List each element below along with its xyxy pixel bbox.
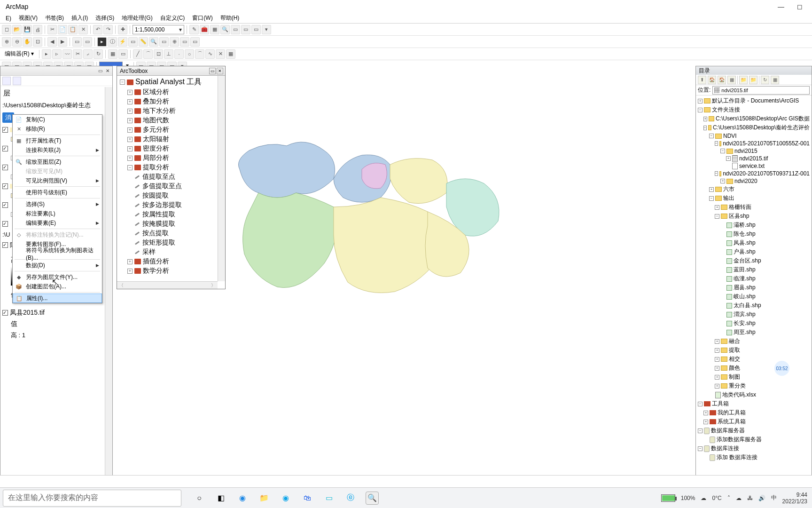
- cortana-button[interactable]: ◧: [214, 492, 227, 505]
- catalog-button[interactable]: ▦: [210, 25, 219, 34]
- print-button[interactable]: 🖨: [33, 25, 42, 34]
- atx-tool[interactable]: 按掩膜提取: [134, 219, 216, 229]
- atx-tool[interactable]: 采样: [134, 247, 216, 257]
- reshape-tool[interactable]: 〰: [62, 49, 72, 59]
- copy-button[interactable]: 📄: [58, 25, 67, 34]
- html-popup-button[interactable]: ▭: [128, 37, 138, 47]
- cat-refresh-button[interactable]: ↻: [761, 76, 769, 84]
- temperature[interactable]: 0°C: [712, 495, 721, 501]
- atx-tool[interactable]: 按多边形提取: [134, 200, 216, 210]
- store-icon[interactable]: 🛍: [301, 492, 314, 505]
- tray-chevron-up-icon[interactable]: ˄: [727, 495, 730, 501]
- clear-selection-button[interactable]: ▭: [83, 37, 92, 47]
- cat-up-button[interactable]: ⬆: [698, 76, 706, 84]
- add-data-button[interactable]: ✚: [118, 25, 127, 34]
- toc-vertical-scrollbar[interactable]: [105, 87, 112, 486]
- menu-geoprocessing[interactable]: 地理处理(G): [118, 13, 156, 23]
- menu-help[interactable]: 帮助(H): [217, 13, 243, 23]
- pan-button[interactable]: ✋: [23, 37, 32, 47]
- new-button[interactable]: ◻: [2, 25, 11, 34]
- rotate-tool[interactable]: ↻: [94, 49, 103, 59]
- raster-layer[interactable]: 凤县2015.tif: [0, 307, 112, 318]
- toc-close-button[interactable]: ✕: [104, 68, 111, 74]
- ctx-joins-relates[interactable]: 连接和关联(J)▶: [13, 145, 102, 155]
- ctx-zoom-to-layer[interactable]: 🔍缩放至图层(Z): [13, 157, 102, 167]
- skype-icon[interactable]: ◉: [279, 492, 292, 505]
- atx-toolset[interactable]: +数学分析: [126, 266, 216, 276]
- arctoolbox-tree[interactable]: −Spatial Analyst 工具 +区域分析 +叠加分析 +地下水分析 +…: [117, 76, 218, 281]
- edge-icon[interactable]: ◉: [236, 492, 249, 505]
- arc-segment-tool[interactable]: ⌒: [143, 49, 153, 59]
- go-to-xy-button[interactable]: ⊕: [170, 37, 179, 47]
- data-frame-path[interactable]: :\Users\15088\Desktop\秦岭生态: [0, 100, 112, 111]
- ctx-open-attribute-table[interactable]: ▦打开属性表(T): [13, 136, 102, 145]
- ctx-label-features[interactable]: 标注要素(L): [13, 209, 102, 218]
- cat-toggle-contents-button[interactable]: ▦: [727, 76, 736, 84]
- weather-icon[interactable]: ☁: [701, 495, 706, 501]
- layer-checkbox[interactable]: [2, 202, 8, 208]
- cut-button[interactable]: ✂: [47, 25, 57, 34]
- ctx-data[interactable]: 数据(D)▶: [13, 261, 102, 270]
- layer-checkbox[interactable]: [2, 127, 8, 133]
- atx-toolset[interactable]: +区域分析: [126, 87, 216, 97]
- atx-vertical-scrollbar[interactable]: [218, 76, 225, 281]
- ime-indicator[interactable]: 中: [771, 494, 777, 502]
- ctx-symbology-to-representation[interactable]: 将符号系统转换为制图表达(B)...: [13, 249, 102, 258]
- cat-default-gdb-button[interactable]: 🏠: [718, 76, 726, 84]
- ctx-use-symbol-levels[interactable]: 使用符号级别(E): [13, 188, 102, 197]
- menu-insert[interactable]: 插入(I): [68, 13, 92, 23]
- file-explorer-icon[interactable]: 📁: [258, 492, 271, 505]
- map-scale-combo[interactable]: 1:1,500,000: [133, 25, 184, 34]
- cat-connect-folder-button[interactable]: 📁: [739, 76, 748, 84]
- redo-button[interactable]: ↷: [103, 25, 113, 34]
- region-southwest[interactable]: [243, 193, 337, 287]
- edit-vertices-tool[interactable]: ▹: [52, 49, 62, 59]
- atx-toolset-extraction[interactable]: −提取分析: [126, 163, 216, 172]
- menu-view[interactable]: 视图(V): [15, 13, 41, 23]
- atx-tool[interactable]: 按矩形提取: [134, 238, 216, 247]
- region-northwest[interactable]: [239, 142, 335, 198]
- network-icon[interactable]: 🖧: [747, 495, 753, 501]
- cat-home-button[interactable]: 🏠: [708, 76, 716, 84]
- layer-checkbox[interactable]: [2, 146, 8, 151]
- clock[interactable]: 9:44 2022/1/23: [782, 492, 807, 505]
- atx-toolset[interactable]: +局部分析: [126, 153, 216, 163]
- cat-options-button[interactable]: ▦: [771, 76, 779, 84]
- layers-root[interactable]: 层: [0, 87, 112, 100]
- cut-polygons-tool[interactable]: ✂: [73, 49, 82, 59]
- ie-icon[interactable]: ⓔ: [344, 492, 357, 505]
- layer-checkbox[interactable]: [2, 165, 8, 170]
- editor-toolbar-button[interactable]: ✎: [189, 25, 199, 34]
- map-canvas[interactable]: [221, 113, 522, 339]
- ctx-remove[interactable]: ✕移除(R): [13, 124, 102, 134]
- task-view-button[interactable]: ○: [193, 492, 206, 505]
- layer-checkbox[interactable]: [2, 183, 8, 189]
- create-viewer-button[interactable]: ▭: [190, 37, 200, 47]
- end-point-arc-tool[interactable]: ○: [185, 49, 194, 59]
- trace-tool[interactable]: ⊡: [154, 49, 163, 59]
- ctx-properties[interactable]: 📋属性(I)...: [13, 294, 102, 303]
- atx-toolset[interactable]: +插值分析: [126, 257, 216, 266]
- python-button[interactable]: ▭: [231, 25, 240, 34]
- atx-toolset[interactable]: +太阳辐射: [126, 135, 216, 144]
- editor-menu[interactable]: 编辑器(R) ▾: [2, 50, 37, 58]
- atx-toolset[interactable]: +地下水分析: [126, 106, 216, 116]
- atx-tool[interactable]: 值提取至点: [134, 172, 216, 182]
- layout-button[interactable]: ▭: [251, 25, 261, 34]
- split-tool[interactable]: ⌿: [83, 49, 93, 59]
- location-field[interactable]: ndvi2015.tif: [712, 86, 810, 95]
- full-extent-button[interactable]: ⊡: [33, 37, 42, 47]
- intersection-tool[interactable]: ✕: [216, 49, 225, 59]
- atx-tool[interactable]: 多值提取至点: [134, 182, 216, 191]
- ctx-copy[interactable]: 📄复制(C): [13, 115, 102, 124]
- arcmap-icon[interactable]: 🔍: [366, 492, 379, 505]
- right-angle-tool[interactable]: ⊥: [164, 49, 173, 59]
- atx-tool[interactable]: 按属性提取: [134, 210, 216, 219]
- menu-file[interactable]: E): [2, 14, 15, 23]
- region-northeast[interactable]: [390, 159, 447, 204]
- minimize-button[interactable]: —: [772, 0, 790, 13]
- create-features-button[interactable]: ▦: [226, 49, 235, 59]
- measure-button[interactable]: 📏: [139, 37, 148, 47]
- atx-toolset[interactable]: +地图代数: [126, 116, 216, 125]
- atx-horizontal-scrollbar[interactable]: 〈〉: [117, 281, 218, 289]
